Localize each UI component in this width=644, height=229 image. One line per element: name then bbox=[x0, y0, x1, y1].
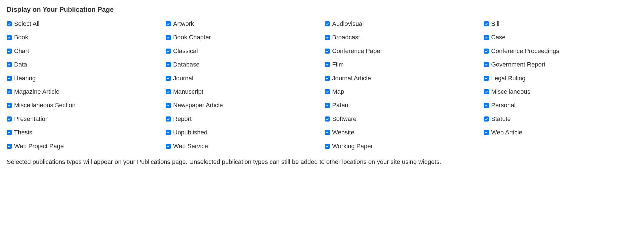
checkbox[interactable] bbox=[325, 49, 330, 54]
checkbox-label: Miscellaneous bbox=[491, 88, 530, 95]
checkbox[interactable] bbox=[325, 35, 330, 40]
checkbox-item: Legal Ruling bbox=[484, 75, 637, 82]
checkbox-label: Presentation bbox=[14, 115, 49, 123]
checkbox[interactable] bbox=[484, 130, 489, 135]
checkbox-label: Book Chapter bbox=[173, 34, 211, 41]
checkbox[interactable] bbox=[166, 116, 171, 122]
checkbox[interactable] bbox=[166, 21, 171, 26]
checkbox-item: Journal bbox=[166, 75, 319, 82]
checkbox[interactable] bbox=[484, 116, 489, 122]
checkbox[interactable] bbox=[7, 89, 12, 94]
checkbox[interactable] bbox=[7, 116, 12, 122]
checkmark-icon bbox=[167, 49, 170, 53]
checkbox-item: Book bbox=[7, 34, 160, 41]
checkmark-icon bbox=[167, 63, 170, 66]
checkbox-item: Website bbox=[325, 129, 478, 136]
checkmark-icon bbox=[485, 90, 488, 93]
checkbox[interactable] bbox=[7, 21, 12, 26]
checkbox[interactable] bbox=[325, 116, 330, 122]
checkbox-item: Conference Proceedings bbox=[484, 47, 637, 55]
checkbox[interactable] bbox=[7, 35, 12, 40]
checkmark-icon bbox=[485, 117, 488, 121]
checkbox-label: Book bbox=[14, 34, 28, 41]
checkbox-item: Bill bbox=[484, 20, 637, 28]
checkbox-item: Software bbox=[325, 115, 478, 123]
checkmark-icon bbox=[485, 22, 488, 26]
checkbox[interactable] bbox=[484, 62, 489, 67]
checkbox-item: Chart bbox=[7, 47, 160, 55]
checkbox-label: Select All bbox=[14, 20, 40, 28]
checkmark-icon bbox=[485, 36, 488, 39]
checkbox[interactable] bbox=[484, 35, 489, 40]
checkmark-icon bbox=[8, 22, 11, 26]
checkbox[interactable] bbox=[166, 144, 171, 149]
checkbox[interactable] bbox=[166, 62, 171, 67]
checkmark-icon bbox=[326, 49, 329, 53]
checkmark-icon bbox=[326, 90, 329, 93]
checkmark-icon bbox=[326, 77, 329, 80]
checkbox-item: Thesis bbox=[7, 129, 160, 136]
checkbox-label: Patent bbox=[332, 102, 350, 109]
checkbox-label: Software bbox=[332, 115, 357, 123]
checkbox-item: Patent bbox=[325, 102, 478, 109]
checkbox[interactable] bbox=[7, 62, 12, 67]
checkbox-label: Web Project Page bbox=[14, 143, 64, 150]
checkbox[interactable] bbox=[484, 103, 489, 108]
checkbox[interactable] bbox=[7, 130, 12, 135]
checkbox[interactable] bbox=[325, 130, 330, 135]
checkbox-item: Journal Article bbox=[325, 75, 478, 82]
checkbox-label: Miscellaneous Section bbox=[14, 102, 76, 109]
checkmark-icon bbox=[8, 49, 11, 53]
checkbox-item: Unpublished bbox=[166, 129, 319, 136]
checkbox[interactable] bbox=[484, 76, 489, 81]
checkbox-label: Personal bbox=[491, 102, 516, 109]
checkbox[interactable] bbox=[7, 103, 12, 108]
checkbox-item: Hearing bbox=[7, 75, 160, 82]
checkbox-label: Classical bbox=[173, 47, 198, 55]
checkbox-item: Statute bbox=[484, 115, 637, 123]
checkbox-label: Web Article bbox=[491, 129, 522, 136]
checkbox-item: Audiovisual bbox=[325, 20, 478, 28]
checkbox-label: Bill bbox=[491, 20, 499, 28]
checkbox[interactable] bbox=[166, 103, 171, 108]
checkbox-label: Newspaper Article bbox=[173, 102, 223, 109]
checkbox-item: Classical bbox=[166, 47, 319, 55]
checkbox[interactable] bbox=[484, 21, 489, 26]
checkmark-icon bbox=[8, 131, 11, 134]
checkbox[interactable] bbox=[484, 49, 489, 54]
checkbox-item: Presentation bbox=[7, 115, 160, 123]
checkbox[interactable] bbox=[166, 130, 171, 135]
checkbox-item: Miscellaneous Section bbox=[7, 102, 160, 109]
checkbox-label: Chart bbox=[14, 47, 29, 55]
checkbox[interactable] bbox=[325, 103, 330, 108]
checkbox-item: Report bbox=[166, 115, 319, 123]
checkmark-icon bbox=[326, 63, 329, 66]
footer-description: Selected publications types will appear … bbox=[7, 158, 637, 166]
checkbox-item: Case bbox=[484, 34, 637, 41]
checkbox-label: Web Service bbox=[173, 143, 208, 150]
checkbox[interactable] bbox=[484, 89, 489, 94]
checkbox[interactable] bbox=[7, 49, 12, 54]
checkbox-label: Case bbox=[491, 34, 505, 41]
checkbox-item: Broadcast bbox=[325, 34, 478, 41]
checkbox[interactable] bbox=[166, 76, 171, 81]
checkbox-item: Data bbox=[7, 61, 160, 68]
checkbox[interactable] bbox=[325, 21, 330, 26]
checkbox[interactable] bbox=[166, 49, 171, 54]
checkbox-label: Website bbox=[332, 129, 354, 136]
checkbox[interactable] bbox=[325, 89, 330, 94]
checkbox[interactable] bbox=[325, 62, 330, 67]
checkbox[interactable] bbox=[166, 35, 171, 40]
checkbox[interactable] bbox=[325, 76, 330, 81]
checkbox[interactable] bbox=[325, 144, 330, 149]
checkbox-item: Map bbox=[325, 88, 478, 95]
checkbox[interactable] bbox=[166, 89, 171, 94]
checkbox[interactable] bbox=[7, 144, 12, 149]
checkbox-item: Web Project Page bbox=[7, 143, 160, 150]
checkbox-label: Manuscript bbox=[173, 88, 203, 95]
checkbox[interactable] bbox=[7, 76, 12, 81]
checkbox-label: Unpublished bbox=[173, 129, 207, 136]
checkmark-icon bbox=[326, 104, 329, 107]
checkmark-icon bbox=[167, 90, 170, 93]
checkbox-label: Journal bbox=[173, 75, 193, 82]
